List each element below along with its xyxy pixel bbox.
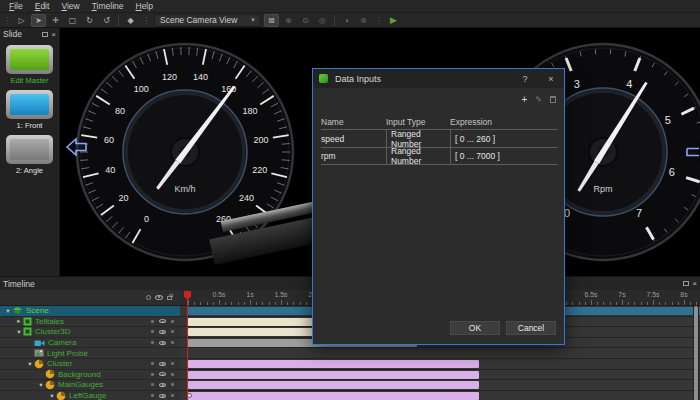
dialog-help-button[interactable]: ? [512,69,538,88]
shy-toggle[interactable] [151,383,154,386]
cancel-button[interactable]: Cancel [506,321,556,335]
visibility-eye-icon[interactable] [159,362,166,366]
shy-toggle[interactable] [151,373,154,376]
next-slide-arrow-icon[interactable] [686,141,700,163]
close-panel-icon[interactable]: × [51,32,56,37]
time-bar[interactable] [188,371,479,379]
shy-toggle[interactable] [151,320,154,323]
visibility-column-icon[interactable] [155,295,163,300]
menu-view[interactable]: View [55,1,85,11]
svg-text:140: 140 [193,72,208,82]
edit-data-input-icon[interactable]: ✎ [535,95,542,104]
ruler-tick [659,302,660,305]
ruler-tick [566,302,567,305]
ruler-tick [256,302,257,305]
lock-toggle[interactable] [171,362,174,365]
shy-toggle[interactable] [151,394,154,397]
slide-item-2[interactable]: 2: Angle [6,135,53,175]
zoom-icon[interactable]: ⊙ [298,14,313,27]
data-input-row[interactable]: speedRanged Number[ 0 ... 260 ] [321,129,558,147]
lock-toggle[interactable] [171,341,174,344]
time-bar[interactable] [188,360,479,368]
slide-thumbnail[interactable] [6,90,53,119]
visibility-eye-icon[interactable] [159,394,166,398]
tree-row-cluster[interactable]: ▾Cluster [0,359,180,370]
toolbar-grip[interactable]: ⋮ [372,16,385,25]
lock-toggle[interactable] [171,320,174,323]
group-icon [56,391,66,400]
float-panel-icon[interactable] [683,281,689,286]
tree-row-maingauges[interactable]: ▾MainGauges [0,380,180,391]
scrollbar-thumb[interactable] [694,306,698,400]
helpers-icon[interactable]: ⊛ [356,14,371,27]
preview-play-icon[interactable]: ▶ [386,14,401,27]
fit-selected-icon[interactable]: ⊠ [264,14,279,27]
track-row-leftgauge [180,391,700,400]
dialog-close-icon[interactable]: × [538,69,564,88]
ok-button[interactable]: OK [450,321,500,335]
ruler-tick [647,302,648,305]
lock-toggle[interactable] [171,373,174,376]
rotate-icon[interactable]: ↻ [82,14,97,27]
tree-row-light-probe[interactable]: Light Probe [0,348,180,359]
lock-toggle[interactable] [171,383,174,386]
select-arrow-icon[interactable]: ➤ [31,14,46,27]
tree-row-camera[interactable]: Camera [0,338,180,349]
visibility-eye-icon[interactable] [159,330,166,334]
menu-help[interactable]: Help [130,1,159,11]
shy-toggle[interactable] [151,330,154,333]
visibility-eye-icon[interactable] [159,341,166,345]
expander-open-icon[interactable]: ▾ [48,392,56,400]
slide-thumbnail[interactable] [6,45,53,74]
lock-toggle[interactable] [171,394,174,397]
orbit-icon[interactable]: ◎ [315,14,330,27]
local-global-icon[interactable]: ↺ [99,14,114,27]
float-panel-icon[interactable] [42,32,48,37]
shy-toggle[interactable] [151,362,154,365]
lock-column-icon[interactable] [167,296,172,300]
visibility-eye-icon[interactable] [159,372,166,376]
tree-row-background[interactable]: Background [0,370,180,381]
shy-column-icon[interactable] [146,295,151,300]
menu-timeline[interactable]: Timeline [86,1,130,11]
time-bar[interactable] [188,381,479,389]
expander-open-icon[interactable]: ▾ [26,360,34,368]
tree-row-leftgauge[interactable]: ▾LeftGauge [0,391,180,400]
toolbar-grip[interactable]: ⋮ [139,16,152,25]
delete-data-input-icon[interactable] [550,96,556,103]
menu-edit[interactable]: Edit [29,1,56,11]
tree-row-cluster3d[interactable]: ▾Cluster3D [0,327,180,338]
add-data-input-icon[interactable]: + [521,94,527,105]
group-icon [45,380,55,390]
previous-slide-arrow-icon[interactable] [65,136,89,158]
expander-closed-icon[interactable]: ▸ [15,317,23,325]
tree-row-telltales[interactable]: ▸Telltales [0,317,180,328]
visibility-eye-icon[interactable] [159,319,166,323]
dialog-titlebar[interactable]: Data Inputs ? × [313,69,564,88]
expander-open-icon[interactable]: ▾ [4,307,12,315]
menu-file[interactable]: File [3,1,29,11]
visibility-eye-icon[interactable] [159,383,166,387]
tree-row-scene[interactable]: ▾Scene [0,306,180,317]
shading-icon[interactable]: ◑ [339,14,354,27]
slide-item-1[interactable]: 1: Front [6,90,53,130]
track-row-maingauges [180,380,700,391]
time-bar[interactable] [188,392,479,400]
move-icon[interactable]: ✛ [48,14,63,27]
slide-thumbnail[interactable] [6,135,53,164]
pan-icon[interactable]: ⊕ [281,14,296,27]
camera-view-select[interactable]: Scene Camera View ▾ [154,14,261,27]
timeline-scrollbar[interactable] [693,306,699,400]
scale-icon[interactable]: ▢ [65,14,80,27]
play-icon[interactable]: ▷ [14,14,29,27]
pivot-icon[interactable]: ◆ [123,14,138,27]
expander-open-icon[interactable]: ▾ [15,328,23,336]
shy-toggle[interactable] [151,341,154,344]
slide-item-master[interactable]: Edit Master [6,45,53,85]
lock-toggle[interactable] [171,330,174,333]
close-panel-icon[interactable]: × [692,281,697,286]
data-input-row[interactable]: rpmRanged Number[ 0 ... 7000 ] [321,147,558,165]
expander-open-icon[interactable]: ▾ [37,381,45,389]
toolbar-grip[interactable]: ⋮ [0,16,13,25]
data-inputs-table: Name Input Type Expression speedRanged N… [321,114,558,165]
